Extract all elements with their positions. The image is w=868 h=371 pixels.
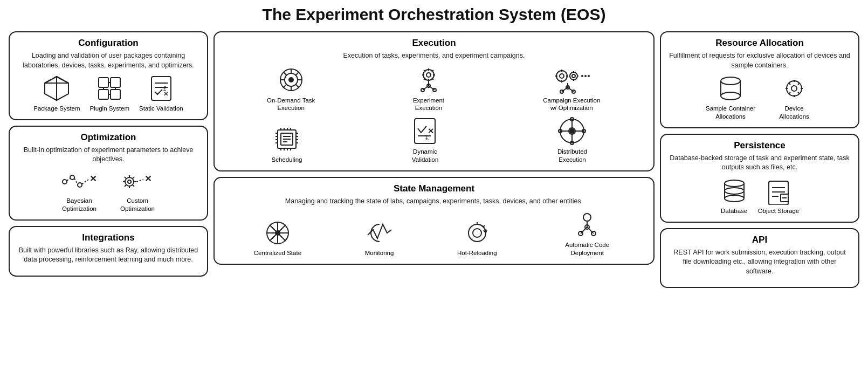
svg-text:✕: ✕ — [89, 174, 97, 183]
integrations-title: Integrations — [17, 232, 199, 243]
svg-line-43 — [284, 72, 287, 75]
svg-line-45 — [295, 72, 299, 75]
svg-line-46 — [284, 84, 287, 87]
svg-rect-6 — [111, 78, 120, 87]
svg-point-120 — [570, 129, 574, 133]
svg-line-22 — [74, 178, 78, 184]
svg-point-138 — [721, 77, 740, 85]
centralized-state-label: Centralized State — [254, 249, 301, 257]
resource-allocation-desc: Fulfillment of requests for exclusive al… — [669, 51, 851, 70]
svg-line-35 — [136, 180, 143, 182]
svg-text:✕: ✕ — [428, 127, 434, 135]
left-column: Configuration Loading and validation of … — [9, 31, 208, 288]
custom-opt-label: Custom Optimization — [113, 197, 162, 213]
sample-container-label: Sample Container Allocations — [701, 105, 760, 121]
svg-line-3 — [57, 77, 68, 83]
svg-point-143 — [791, 86, 797, 91]
svg-point-131 — [583, 214, 591, 221]
svg-point-139 — [721, 92, 740, 100]
monitoring-icon — [366, 219, 394, 247]
experiment-execution-item: Experiment Execution — [404, 65, 453, 113]
persistence-panel: Persistence Database-backed storage of t… — [660, 134, 859, 223]
svg-rect-5 — [99, 78, 108, 87]
experiment-execution-label: Experiment Execution — [404, 97, 453, 113]
svg-point-128 — [473, 229, 481, 237]
bayesian-opt-label: Bayesian Optimization — [55, 197, 104, 213]
execution-panel: Execution Execution of tasks, experiment… — [213, 31, 655, 171]
svg-point-47 — [289, 78, 293, 82]
device-allocations-item: Device Allocations — [770, 74, 818, 121]
svg-point-26 — [128, 180, 131, 183]
static-validation-label: Static Validation — [139, 105, 183, 113]
svg-line-21 — [67, 178, 70, 181]
svg-text:£: £ — [163, 86, 167, 92]
svg-point-153 — [725, 188, 744, 194]
svg-text:£: £ — [425, 135, 429, 141]
database-icon — [720, 177, 748, 205]
svg-point-70 — [570, 72, 577, 80]
svg-line-4 — [45, 77, 57, 83]
optimization-icons: ✕ Bayesian Optimization — [17, 169, 199, 213]
api-panel: API REST API for work submission, execut… — [660, 228, 859, 288]
configuration-title: Configuration — [17, 38, 199, 49]
resource-allocation-panel: Resource Allocation Fulfillment of reque… — [660, 31, 859, 128]
monitoring-item: Monitoring — [365, 219, 394, 257]
object-storage-item: Object Storage — [758, 177, 800, 215]
experiment-execution-icon — [414, 65, 443, 94]
campaign-execution-label: Campaign Execution w/ Optimization — [542, 97, 601, 113]
svg-point-18 — [63, 180, 67, 184]
svg-rect-8 — [111, 90, 120, 99]
svg-line-149 — [798, 92, 800, 94]
resource-allocation-title: Resource Allocation — [669, 38, 851, 49]
svg-line-33 — [125, 185, 126, 187]
hot-reloading-item: Hot-Reloading — [457, 219, 497, 257]
optimization-desc: Built-in optimization of experiment para… — [17, 146, 199, 164]
object-storage-icon — [764, 177, 793, 205]
svg-line-150 — [798, 83, 800, 85]
package-system-icon — [43, 74, 71, 102]
page-title: The Experiment Orchestration System (EOS… — [9, 5, 859, 24]
campaign-execution-item: Campaign Execution w/ Optimization — [542, 65, 601, 113]
device-allocations-icon — [780, 74, 808, 102]
centralized-state-icon — [264, 219, 292, 247]
distributed-execution-icon — [557, 116, 587, 146]
svg-point-76 — [581, 75, 583, 77]
sample-container-icon — [716, 74, 745, 102]
svg-point-78 — [588, 75, 590, 77]
scheduling-label: Scheduling — [272, 156, 302, 164]
svg-point-126 — [275, 231, 280, 235]
svg-line-130 — [483, 225, 485, 227]
svg-line-134 — [587, 227, 594, 233]
auto-code-deploy-label: Automatic Code Deployment — [560, 241, 614, 257]
auto-code-deploy-item: Automatic Code Deployment — [560, 211, 614, 257]
dynamic-validation-label: Dynamic Validation — [401, 148, 449, 164]
execution-desc: Execution of tasks, experiments, and exp… — [222, 51, 646, 61]
main-grid: Configuration Loading and validation of … — [9, 31, 859, 288]
integrations-desc: Built with powerful libraries such as Ra… — [17, 246, 199, 265]
static-validation-icon: ✕ £ — [147, 74, 175, 102]
configuration-panel: Configuration Loading and validation of … — [9, 31, 208, 120]
on-demand-task-label: On-Demand Task Execution — [267, 97, 315, 113]
svg-line-151 — [789, 92, 790, 94]
svg-point-25 — [125, 177, 134, 186]
package-system-item: Package System — [33, 74, 80, 113]
execution-icons-row1: On-Demand Task Execution — [222, 65, 646, 113]
plugin-system-label: Plugin System — [90, 105, 130, 113]
distributed-execution-label: Distributed Execution — [548, 148, 596, 164]
api-title: API — [669, 235, 851, 245]
svg-text:✕: ✕ — [144, 174, 151, 183]
package-system-label: Package System — [33, 105, 80, 113]
persistence-title: Persistence — [669, 140, 851, 151]
svg-line-148 — [789, 83, 790, 85]
centralized-state-item: Centralized State — [254, 219, 301, 257]
optimization-title: Optimization — [17, 132, 199, 143]
svg-rect-7 — [99, 90, 108, 99]
plugin-system-icon — [95, 74, 123, 102]
optimization-panel: Optimization Built-in optimization of ex… — [9, 126, 208, 221]
svg-point-19 — [70, 175, 74, 180]
svg-line-133 — [581, 227, 587, 233]
right-column: Resource Allocation Fulfillment of reque… — [660, 31, 859, 288]
execution-title: Execution — [222, 38, 646, 49]
database-item: Database — [720, 177, 748, 215]
scheduling-icon — [272, 125, 301, 154]
